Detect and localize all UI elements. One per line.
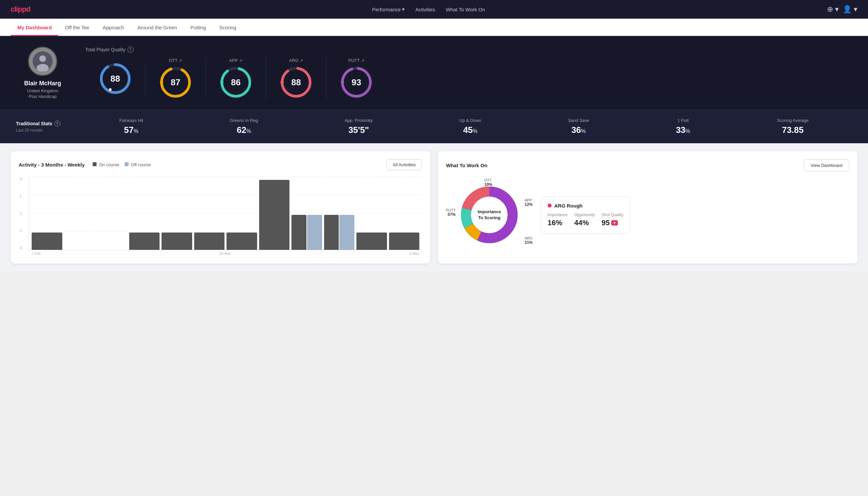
metric-opportunity: Opportunity 44% [574,213,595,227]
nav-right: ⊕ ▾ 👤 ▾ [827,5,857,14]
bar-col-7 [259,180,290,250]
bar-off-9 [340,215,354,250]
arg-dot [548,203,552,207]
shot-quality-badge: ▼ [611,220,618,226]
bottom-panels: Activity - 3 Months - Weekly On course O… [0,143,868,272]
stat-fairways-hit: Fairways Hit 57% [119,118,143,135]
arg-trend-icon: ↗ [300,58,303,63]
bar-chart-inner [29,177,422,250]
donut-label-putt: PUTT 57% [446,208,456,217]
nav-performance[interactable]: Performance ▾ [372,6,405,12]
gauge-putt: 93 [340,66,373,99]
traditional-stats: Traditional Stats ? Last 20 rounds Fairw… [0,110,868,143]
top-nav: clippd Performance ▾ Activities What To … [0,0,868,19]
svg-point-17 [341,81,344,84]
tab-off-the-tee[interactable]: Off the Tee [58,19,96,36]
trad-stats-subtitle: Last 20 rounds [16,128,76,133]
tab-putting[interactable]: Putting [184,19,213,36]
profile-handicap: Plus Handicap [29,94,57,99]
bar-on-4 [161,233,192,250]
svg-point-14 [281,81,284,84]
arg-card-metrics: Importance 16% Opportunity 44% Shot Qual… [548,213,623,227]
svg-point-1 [39,55,46,62]
info-icon[interactable]: ? [128,47,133,52]
nav-links: Performance ▾ Activities What To Work On [372,6,485,12]
svg-point-11 [220,81,223,84]
donut-area: Importance To Scoring PUTT 57% OTT 10% A… [446,178,849,251]
scores-area: Total Player Quality ? 88 [85,47,852,99]
tab-approach[interactable]: Approach [96,19,130,36]
tab-around-the-green[interactable]: Around the Green [130,19,184,36]
score-cards: 88 OTT ↗ 87 [85,58,852,99]
metric-shot-quality: Shot Quality 95 ▼ [601,213,623,227]
stat-up-and-down: Up & Down 45% [459,118,481,135]
score-putt-value: 93 [352,77,361,88]
donut-svg: Importance To Scoring [456,182,523,248]
user-menu-button[interactable]: 👤 ▾ [843,5,857,14]
bar-on-3 [129,233,160,250]
activity-panel-title: Activity - 3 Months - Weekly [19,162,84,168]
bar-col-3 [129,233,160,250]
wtwon-title: What To Work On [446,162,487,168]
bar-col-0 [32,233,62,250]
score-ott-value: 87 [171,77,180,88]
bar-col-9 [324,215,355,250]
trad-stats-items: Fairways Hit 57% Greens In Reg 62% App. … [76,118,852,135]
svg-text:Importance: Importance [478,209,501,214]
bar-col-5 [194,233,225,250]
view-dashboard-button[interactable]: View Dashboard [804,159,849,172]
bar-col-4 [161,233,192,250]
bar-on-11 [389,233,420,250]
putt-trend-icon: ↗ [361,58,364,63]
bar-off-8 [307,215,322,250]
add-button[interactable]: ⊕ ▾ [827,5,839,14]
x-axis-labels: 7 Feb 28 Mar 9 May [29,250,422,255]
score-app-value: 86 [231,77,241,88]
metric-importance: Importance 16% [548,213,568,227]
wtwon-header: What To Work On View Dashboard [446,159,849,172]
chart-container: 4 3 2 1 0 7 Feb 28 Mar 9 May [19,177,422,255]
avatar [28,47,57,76]
tab-my-dashboard[interactable]: My Dashboard [11,19,58,36]
logo: clippd [11,5,30,14]
profile-country: United Kingdom [27,88,58,93]
nav-activities[interactable]: Activities [415,7,435,12]
stat-1-putt: 1 Putt 33% [676,118,690,135]
bar-col-6 [226,233,257,250]
bar-on-6 [226,233,257,250]
hero-section: Blair McHarg United Kingdom Plus Handica… [0,36,868,110]
tab-scoring[interactable]: Scoring [212,19,243,36]
bar-on-5 [194,233,225,250]
arg-card-title: ARG Rough [554,203,583,208]
trad-stats-info-icon[interactable]: ? [54,121,60,127]
score-card-app: APP ↗ 86 [206,58,266,99]
stat-greens-in-reg: Greens In Reg 62% [230,118,258,135]
donut-label-arg: ARG 21% [525,236,533,245]
what-to-work-on-panel: What To Work On View Dashboard [438,151,857,263]
gauge-ott: 87 [159,66,192,99]
donut-label-ott: OTT 10% [484,178,492,187]
app-trend-icon: ↗ [239,58,242,63]
bar-chart-area: 4 3 2 1 0 [29,177,422,250]
nav-what-to-work-on[interactable]: What To Work On [446,7,485,12]
chart-legend: On course Off course [93,162,151,167]
scores-label: Total Player Quality ? [85,47,852,52]
stat-sand-save: Sand Save 36% [568,118,589,135]
activity-panel-header: Activity - 3 Months - Weekly On course O… [19,159,422,170]
stat-scoring-average: Scoring Average 73.85 [777,118,809,135]
avatar-image [33,51,53,71]
arg-info-card: ARG Rough Importance 16% Opportunity 44% [541,197,630,233]
off-course-legend-dot [125,162,129,166]
stat-app-proximity: App. Proximity 35'5" [345,118,373,135]
score-card-ott: OTT ↗ 87 [145,58,206,99]
bar-on-7 [259,180,290,250]
bar-on-8 [291,215,306,250]
profile-area: Blair McHarg United Kingdom Plus Handica… [16,47,69,99]
score-card-arg: ARG ↗ 88 [266,58,327,99]
bar-col-11 [389,233,420,250]
all-activities-button[interactable]: All Activities [386,159,422,170]
svg-point-8 [160,81,163,84]
ott-trend-icon: ↗ [179,58,182,63]
bar-col-8 [291,215,322,250]
bar-col-10 [357,233,387,250]
